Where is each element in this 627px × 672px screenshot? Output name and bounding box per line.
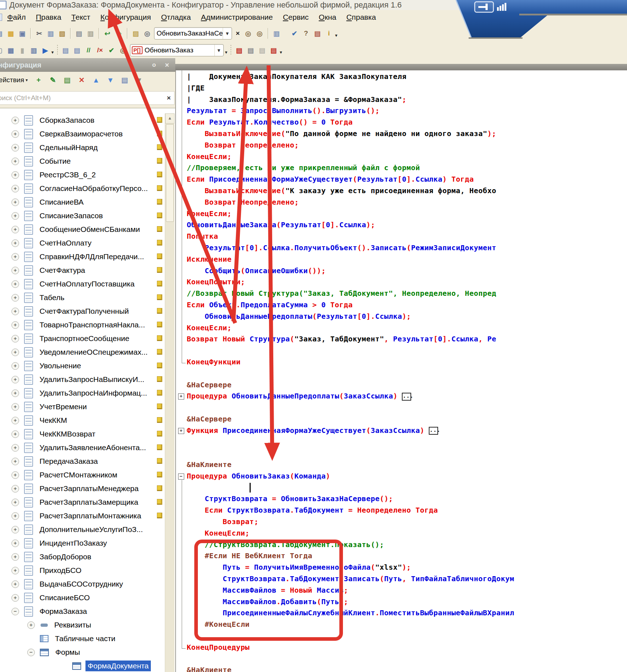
fold-collapse-icon[interactable]: − — [178, 473, 184, 480]
expand-icon[interactable]: + — [11, 130, 19, 138]
tree-item[interactable]: +РеестрСЗВ_6_2 — [0, 168, 175, 182]
collapsed-block-icon[interactable]: ... — [402, 393, 411, 401]
form-constructor-icon[interactable]: ▥ — [28, 45, 39, 55]
chevron-down-icon[interactable]: ▾ — [225, 50, 228, 55]
tree-item[interactable]: +ИнцидентПоЗаказу — [0, 536, 175, 550]
tree-item[interactable]: +Реквизиты — [0, 618, 175, 632]
tree-item[interactable]: +СдельныйНаряд — [0, 141, 175, 154]
expand-icon[interactable]: + — [11, 567, 19, 574]
expand-icon[interactable]: + — [11, 458, 19, 465]
add-icon[interactable]: + — [31, 75, 46, 85]
expand-icon[interactable]: + — [11, 199, 19, 206]
chevron-down-icon[interactable]: ▾ — [335, 33, 338, 38]
tree-item[interactable]: +ТранспортноеСообщение — [0, 332, 175, 345]
tree-item[interactable]: +СогласиеНаОбработкуПерсо... — [0, 182, 175, 195]
database-configuration-icon[interactable]: ▮ — [17, 45, 28, 55]
expand-icon[interactable]: + — [11, 376, 19, 383]
expand-icon[interactable]: + — [27, 621, 35, 629]
bookmark-help-icon[interactable]: ▤ — [245, 45, 256, 55]
filter-icon[interactable]: ▼ — [132, 75, 146, 85]
menu-item-правка[interactable]: Правка — [31, 11, 66, 23]
tree-item[interactable]: +УдалитьЗапросНаВыпискуИ... — [0, 373, 175, 386]
menu-item-конфигурация[interactable]: Конфигурация — [95, 11, 156, 23]
modules-text-icon[interactable]: ▤ — [312, 28, 323, 38]
expand-icon[interactable]: + — [11, 444, 19, 452]
tree-item[interactable]: +СчетФактураПолученный — [0, 304, 175, 318]
list-icon[interactable]: ▤ — [117, 75, 132, 85]
syntax-check-icon[interactable]: ✔ — [106, 45, 117, 55]
tree-item[interactable]: +ЗаборДоборов — [0, 550, 175, 564]
expand-icon[interactable]: + — [11, 253, 19, 261]
menu-item-администрирование[interactable]: Администрирование — [196, 11, 278, 23]
expand-icon[interactable]: + — [11, 526, 19, 533]
tree-scrollbar[interactable]: ▲ — [165, 113, 175, 672]
tree-item[interactable]: +ЧекККМ — [0, 414, 175, 427]
cut-icon[interactable]: ✂ — [34, 28, 45, 38]
expand-icon[interactable]: + — [11, 117, 19, 124]
move-down-icon[interactable]: ▼ — [103, 75, 117, 85]
find-previous-icon[interactable]: ◎ — [254, 28, 265, 38]
copy-windows-icon[interactable]: ▥ — [271, 28, 282, 38]
close-icon[interactable]: × — [163, 61, 171, 69]
tree-item[interactable]: +Увольнение — [0, 359, 175, 373]
menu-item-сервис[interactable]: Сервис — [278, 11, 314, 23]
tree-item[interactable]: +ТоварноТранспортнаяНакла... — [0, 318, 175, 332]
tree-item[interactable]: +ЧекККМВозврат — [0, 427, 175, 441]
print-icon[interactable]: ▤ — [74, 28, 84, 38]
paste-icon[interactable]: ▧ — [57, 28, 68, 38]
expand-icon[interactable]: + — [11, 267, 19, 274]
menu-item-файл[interactable]: Файл — [2, 11, 31, 23]
pin-icon[interactable]: o — [150, 61, 158, 69]
undo-icon[interactable]: ↩ — [102, 28, 113, 38]
expand-icon[interactable]: + — [11, 144, 19, 151]
chevron-down-icon[interactable]: ▼ — [223, 28, 232, 39]
new-document-icon[interactable]: ▤ — [0, 28, 5, 38]
chevron-down-icon[interactable]: ▾ — [25, 78, 28, 83]
save-icon[interactable]: ▣ — [17, 28, 28, 38]
tree-item[interactable]: +РасчетСМонтажником — [0, 468, 175, 482]
check-configuration-icon[interactable]: ✔ — [289, 28, 300, 38]
panel-header[interactable]: Конфигурация o × — [0, 58, 175, 72]
tree-item[interactable]: +УчетВремени — [0, 400, 175, 414]
expand-icon[interactable]: + — [11, 158, 19, 165]
bookmark-delete-icon[interactable]: ▤ — [268, 45, 279, 55]
expand-icon[interactable]: + — [11, 185, 19, 192]
expand-icon[interactable]: + — [11, 239, 19, 247]
tree-item[interactable]: +СообщениеОбменСБанками — [0, 223, 175, 236]
module-check-alt-icon[interactable]: ▤ — [72, 45, 83, 55]
tree-item[interactable]: +Событие — [0, 154, 175, 168]
menu-item-окна[interactable]: Окна — [314, 11, 342, 23]
edit-icon[interactable]: ✎ — [46, 75, 60, 85]
expand-icon[interactable]: + — [11, 212, 19, 220]
tree-item[interactable]: +ПередачаЗаказа — [0, 454, 175, 468]
tree-item[interactable]: +СписаниеВА — [0, 195, 175, 209]
tree-item[interactable]: +СчетНаОплатуПоставщика — [0, 277, 175, 291]
open-icon[interactable]: ▦ — [5, 28, 16, 38]
tree-item[interactable]: +РасчетЗарплатыМонтажника — [0, 509, 175, 523]
expand-icon[interactable]: + — [11, 294, 19, 302]
delete-icon[interactable]: ✕ — [74, 75, 89, 85]
fold-expand-icon[interactable]: + — [178, 393, 184, 400]
print-preview-icon[interactable]: ▥ — [85, 28, 96, 38]
collapse-icon[interactable]: − — [11, 608, 19, 615]
info-icon[interactable]: i — [324, 28, 334, 38]
tree-item[interactable]: +УдалитьЗаявлениеАбонента... — [0, 441, 175, 454]
module-check-icon[interactable]: ▤ — [60, 45, 71, 55]
clear-search-icon[interactable]: × — [163, 94, 174, 102]
tree-item[interactable]: +Табель — [0, 291, 175, 304]
procedure-combo[interactable]: P[]ОбновитьЗаказ▼ — [130, 44, 224, 56]
tree-item[interactable]: −ФормаЗаказа — [0, 605, 175, 618]
expand-icon[interactable]: + — [11, 335, 19, 342]
tree-item[interactable]: +РасчетЗарплатыМенеджера — [0, 482, 175, 495]
scrollbar-thumb[interactable] — [166, 124, 174, 222]
tree-item[interactable]: +СверкаВзаиморасчетов — [0, 127, 175, 141]
clear-search-icon[interactable]: × — [233, 28, 242, 39]
expand-icon[interactable]: + — [11, 280, 19, 288]
procedures-functions-icon[interactable]: ◎ — [118, 45, 129, 55]
start-debugging-icon[interactable]: ▶ — [40, 45, 51, 55]
tree-item[interactable]: +ВыдачаБСОСотруднику — [0, 577, 175, 591]
expand-icon[interactable]: + — [11, 499, 19, 506]
expand-icon[interactable]: + — [11, 594, 19, 602]
tree-item[interactable]: +СчетНаОплату — [0, 236, 175, 250]
menu-item-справка[interactable]: Справка — [341, 11, 381, 23]
